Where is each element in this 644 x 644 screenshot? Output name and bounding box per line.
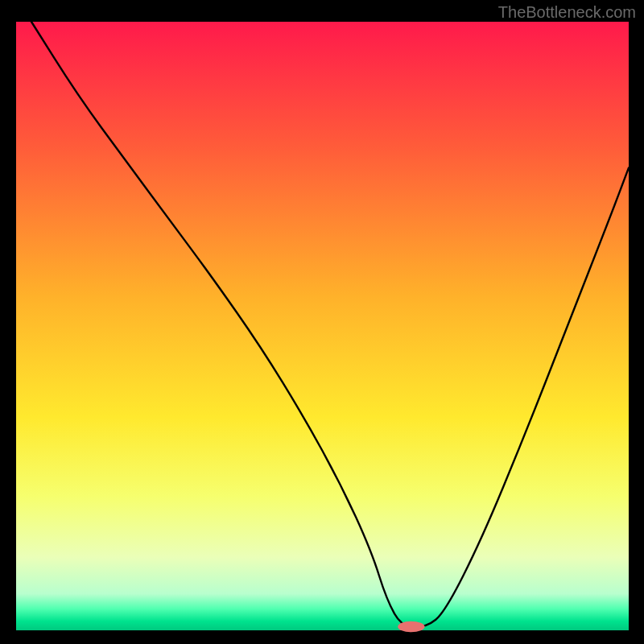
chart-frame: TheBottleneck.com — [0, 0, 644, 644]
watermark-text: TheBottleneck.com — [498, 3, 636, 22]
optimal-marker — [398, 621, 424, 633]
plot-background — [16, 22, 629, 630]
bottleneck-chart — [0, 0, 644, 644]
